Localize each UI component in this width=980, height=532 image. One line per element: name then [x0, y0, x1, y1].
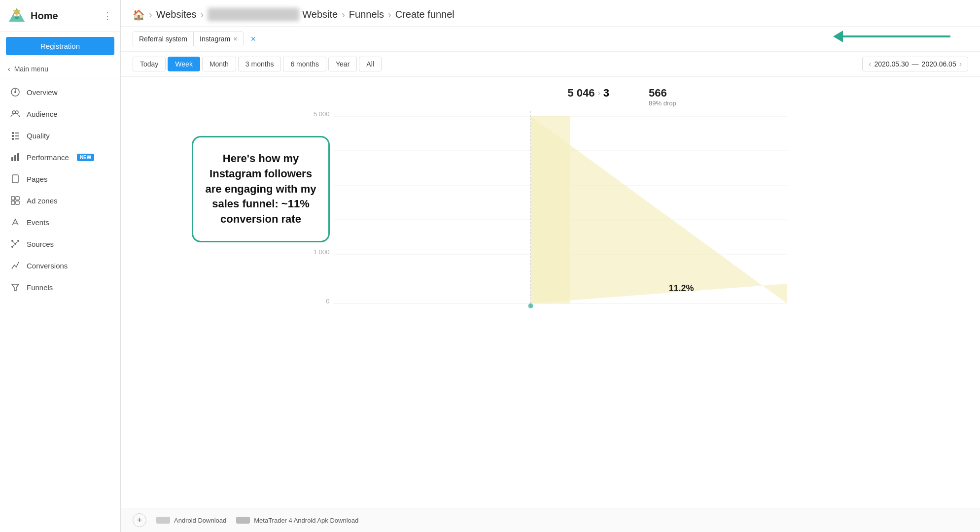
sidebar-nav: Overview Audience Quality Performance NE… [0, 78, 120, 301]
sidebar-item-label: Conversions [27, 262, 68, 270]
svg-text:1 000: 1 000 [314, 248, 330, 256]
breadcrumb: 🏠 › Websites › ████████████ Website › Fu… [121, 0, 980, 27]
svg-line-26 [13, 242, 14, 243]
sidebar-menu-dots[interactable]: ⋮ [103, 10, 112, 22]
sidebar-logo: Home [8, 7, 58, 25]
time-range: ‹ 2020.05.30 — 2020.06.05 › [862, 57, 968, 71]
svg-text:0: 0 [326, 298, 329, 305]
arrow-head [833, 31, 843, 42]
time-btn-3months[interactable]: 3 months [238, 57, 281, 71]
sidebar-item-events[interactable]: Events [0, 211, 120, 233]
chart-area: 5 046 › 3 566 89% drop 5 000 4 000 3 000… [121, 77, 980, 508]
svg-rect-19 [16, 197, 19, 200]
svg-marker-42 [531, 116, 787, 303]
sidebar-item-quality[interactable]: Quality [0, 125, 120, 146]
chart-svg-wrap: 5 000 4 000 3 000 2 000 1 000 0 [133, 97, 968, 343]
arrow-annotation [833, 31, 950, 42]
filter-tag-instagram-remove[interactable]: × [233, 35, 237, 43]
svg-rect-13 [15, 138, 19, 139]
chevron-left-icon: ‹ [8, 65, 10, 73]
breadcrumb-sep2: › [201, 9, 204, 20]
bottom-dot-1 [156, 517, 170, 524]
svg-point-25 [11, 246, 13, 248]
sidebar-item-audience[interactable]: Audience [0, 103, 120, 125]
sidebar-item-label: Audience [27, 110, 58, 118]
svg-text:5 000: 5 000 [314, 110, 330, 118]
sidebar-item-overview[interactable]: Overview [0, 81, 120, 103]
time-btn-all[interactable]: All [359, 57, 382, 71]
annotation-text: Here's how my Instagram followers are en… [206, 152, 316, 225]
sidebar-title: Home [31, 10, 58, 22]
performance-icon [10, 152, 21, 163]
filter-tag-instagram-label: Instagram [200, 35, 230, 43]
svg-rect-21 [16, 201, 19, 204]
breadcrumb-sep3: › [342, 9, 345, 20]
sidebar-item-label: Overview [27, 88, 58, 97]
sidebar-item-funnels[interactable]: Funnels [0, 276, 120, 298]
funnels-link[interactable]: Funnels [349, 9, 384, 20]
create-funnel-link[interactable]: Create funnel [395, 9, 455, 20]
time-btn-today[interactable]: Today [133, 57, 166, 71]
svg-rect-10 [12, 138, 14, 140]
time-next-button[interactable]: › [959, 60, 962, 68]
time-btn-week[interactable]: Week [168, 57, 200, 71]
filter-bar: Referral system Instagram × × [121, 27, 980, 52]
sidebar-item-ad-zones[interactable]: Ad zones [0, 190, 120, 211]
time-bar: Today Week Month 3 months 6 months Year … [121, 52, 980, 77]
breadcrumb-sep4: › [388, 9, 391, 20]
website-link[interactable]: Website [302, 9, 338, 20]
sidebar-back-label: Main menu [14, 65, 48, 73]
ad-zones-icon [10, 195, 21, 206]
sidebar-item-conversions[interactable]: Conversions [0, 255, 120, 276]
pages-icon [10, 173, 21, 184]
sidebar-item-performance[interactable]: Performance NEW [0, 146, 120, 168]
svg-rect-17 [12, 175, 18, 183]
filter-tag-referral[interactable]: Referral system [133, 32, 193, 46]
time-btn-6months[interactable]: 6 months [283, 57, 326, 71]
sidebar-item-label: Ad zones [27, 197, 58, 205]
sidebar-item-sources[interactable]: Sources [0, 233, 120, 255]
svg-rect-11 [15, 133, 19, 133]
time-btn-year[interactable]: Year [328, 57, 357, 71]
bottom-item-2: MetaTrader 4 Android Apk Download [236, 517, 358, 524]
sidebar-item-label: Events [27, 218, 49, 227]
events-icon [10, 217, 21, 228]
conversions-icon [10, 260, 21, 271]
sidebar-item-pages[interactable]: Pages [0, 168, 120, 190]
time-range-end: 2020.06.05 [922, 60, 956, 68]
breadcrumb-sep1: › [149, 9, 152, 20]
svg-point-22 [14, 243, 16, 245]
sidebar-item-label: Pages [27, 175, 48, 183]
sidebar: Home ⋮ Registration ‹ Main menu Overview… [0, 0, 121, 532]
bottom-item-1-label: Android Download [174, 517, 226, 524]
time-btn-month[interactable]: Month [202, 57, 236, 71]
sidebar-back-button[interactable]: ‹ Main menu [0, 60, 120, 78]
svg-rect-18 [11, 197, 15, 200]
filter-clear-button[interactable]: × [248, 32, 258, 46]
annotation-box: Here's how my Instagram followers are en… [192, 136, 330, 242]
svg-rect-8 [12, 132, 14, 134]
svg-point-6 [12, 111, 15, 114]
time-range-start: 2020.05.30 [875, 60, 909, 68]
main-content: 🏠 › Websites › ████████████ Website › Fu… [121, 0, 980, 532]
svg-point-7 [15, 111, 18, 114]
sidebar-item-label: Funnels [27, 283, 53, 292]
quality-icon [10, 130, 21, 141]
filter-tags: Referral system Instagram × [133, 32, 244, 46]
svg-rect-16 [17, 153, 19, 161]
arrow-line [842, 35, 950, 37]
performance-badge: NEW [77, 154, 94, 161]
add-step-button[interactable]: + [133, 513, 146, 527]
logo-icon [8, 7, 26, 25]
svg-rect-2 [15, 17, 19, 19]
home-icon[interactable]: 🏠 [133, 9, 145, 21]
audience-icon [10, 108, 21, 119]
sidebar-item-label: Quality [27, 132, 50, 140]
filter-tag-instagram[interactable]: Instagram × [194, 32, 243, 46]
websites-link[interactable]: Websites [156, 9, 197, 20]
sidebar-registration-button[interactable]: Registration [6, 37, 114, 55]
svg-rect-20 [11, 201, 15, 204]
svg-point-44 [528, 303, 533, 308]
time-range-dash: — [912, 60, 919, 68]
time-prev-button[interactable]: ‹ [869, 60, 871, 68]
